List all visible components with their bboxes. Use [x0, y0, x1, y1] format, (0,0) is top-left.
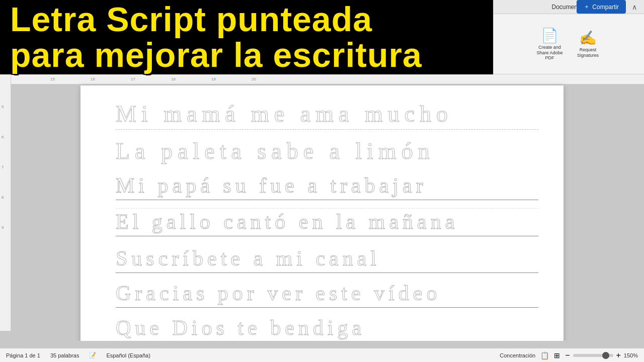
- ribbon-overlay: Documento1 ＋ Compartir ∧ 📄 Create and Sh…: [493, 0, 644, 74]
- line-1-wrapper: Mi mamá me ama mucho: [116, 101, 538, 130]
- overlay-banner: Letra Script punteada para mejorar la es…: [0, 0, 493, 74]
- spell-check-icon[interactable]: 📝: [89, 352, 96, 358]
- request-signatures-button[interactable]: ✍️ Request Signatures: [572, 30, 604, 58]
- share-plus-icon: ＋: [584, 3, 590, 11]
- line-5: Suscríbete a mi canal: [116, 246, 538, 270]
- banner-line2: para mejorar la escritura: [10, 36, 422, 74]
- statusbar-right: Concentración 📋 ⊞ − + 150%: [500, 351, 638, 360]
- line-3-wrapper: Mi papá su fue a trabajar: [116, 173, 538, 200]
- ruler-mark-16: 16: [91, 77, 95, 81]
- document-page[interactable]: Mi mamá me ama mucho La paleta sabe a li…: [80, 85, 564, 341]
- banner-line1: Letra Script punteada: [10, 0, 372, 38]
- view-icon-1[interactable]: 📋: [540, 351, 549, 359]
- zoom-in-button[interactable]: +: [616, 351, 621, 360]
- word-count: 35 palabras: [50, 352, 79, 358]
- line-2-wrapper: La paleta sabe a limón: [116, 138, 538, 164]
- share-label: Compartir: [592, 4, 619, 11]
- zoom-slider[interactable]: [573, 354, 613, 357]
- line-5-wrapper: Suscríbete a mi canal: [116, 246, 538, 273]
- zoom-percent: 150%: [624, 352, 638, 358]
- request-label: Request Signatures: [572, 47, 604, 58]
- ruler-mark-19: 19: [211, 77, 216, 81]
- line-4-top-rule: [116, 208, 538, 209]
- ribbon-collapse-button[interactable]: ∧: [630, 1, 639, 13]
- ruler-v-9: 9: [2, 225, 4, 230]
- create-pdf-button[interactable]: 📄 Create and Share Adobe PDF: [534, 27, 566, 61]
- zoom-thumb: [602, 352, 609, 359]
- share-button[interactable]: ＋ Compartir: [577, 0, 626, 14]
- ruler-mark-17: 17: [131, 77, 135, 81]
- line-7-wrapper: Que Dios te bendiga: [116, 316, 538, 341]
- language[interactable]: Español (España): [106, 352, 150, 358]
- line-4: El gallo cantó en la mañana: [116, 210, 538, 234]
- ruler-v-6: 6: [2, 135, 4, 139]
- pdf-icon: 📄: [541, 27, 558, 44]
- vertical-ruler: 5 6 7 8 9: [0, 74, 11, 331]
- create-pdf-label: Create and Share Adobe PDF: [534, 45, 566, 61]
- zoom-out-button[interactable]: −: [565, 351, 570, 360]
- ruler-v-8: 8: [2, 195, 4, 200]
- document-area: 15 16 17 18 19 20 5 6 7 8 9 Mi mamá me a…: [0, 74, 644, 341]
- ruler-mark-18: 18: [171, 77, 176, 81]
- line-1: Mi mamá me ama mucho: [116, 101, 538, 127]
- horizontal-ruler: 15 16 17 18 19 20: [0, 74, 644, 84]
- line-2: La paleta sabe a limón: [116, 138, 538, 164]
- zoom-controls: − + 150%: [565, 351, 638, 360]
- banner-text: Letra Script punteada para mejorar la es…: [10, 2, 422, 73]
- acrobat-tools: 📄 Create and Share Adobe PDF ✍️ Request …: [494, 14, 644, 74]
- view-label: Concentración: [500, 352, 535, 358]
- line-4-rule: [116, 236, 538, 236]
- page-count: Página 1 de 1: [6, 352, 40, 358]
- line-6: Gracias por ver este vídeo: [116, 281, 538, 305]
- ruler-v-5: 5: [2, 105, 4, 109]
- status-bar: Página 1 de 1 35 palabras 📝 Español (Esp…: [0, 348, 644, 362]
- line-6-wrapper: Gracias por ver este vídeo: [116, 281, 538, 308]
- signature-icon: ✍️: [579, 30, 597, 46]
- line-7: Que Dios te bendiga: [116, 316, 538, 340]
- view-icon-2[interactable]: ⊞: [554, 351, 560, 359]
- line-3: Mi papá su fue a trabajar: [116, 173, 538, 198]
- ruler-v-7: 7: [2, 165, 4, 169]
- ribbon-title-right: Documento1 ＋ Compartir ∧: [494, 0, 644, 14]
- ruler-mark-20: 20: [252, 77, 256, 81]
- line-4-wrapper: El gallo cantó en la mañana: [116, 208, 538, 236]
- ruler-mark-15: 15: [50, 77, 55, 81]
